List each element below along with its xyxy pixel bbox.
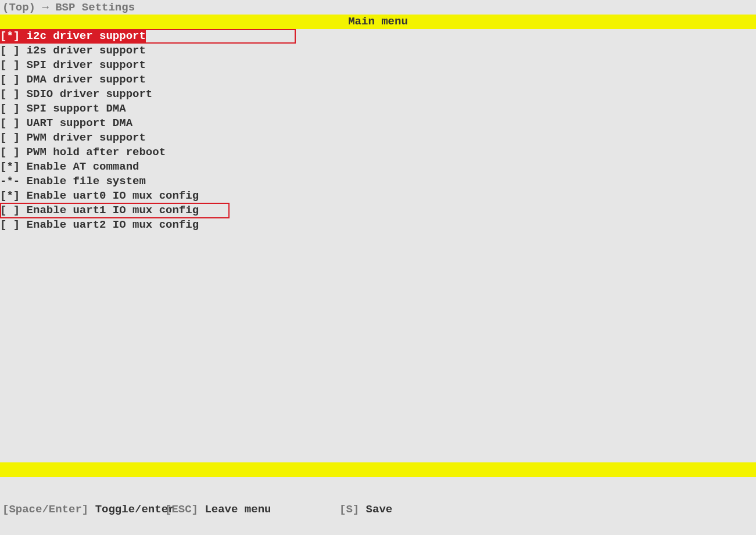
menu-item-pwm-driver-support[interactable]: [ ] PWM driver support <box>0 131 756 145</box>
menu-item-indicator: [ ] <box>0 116 20 131</box>
menu-item-indicator: [*] <box>0 29 20 44</box>
menu-item-label: SDIO driver support <box>20 87 152 102</box>
footer-key: [Space/Enter] <box>2 503 88 516</box>
menu-item-label: Enable file system <box>20 174 146 189</box>
menu-item-spi-driver-support[interactable]: [ ] SPI driver support <box>0 58 756 73</box>
menu-item-label: Enable uart0 IO mux config <box>20 189 199 203</box>
footer-action: Leave menu <box>198 503 271 516</box>
menu-item-label: i2s driver support <box>20 44 146 58</box>
menu-item-indicator: [*] <box>0 160 20 174</box>
menu-item-sdio-driver-support[interactable]: [ ] SDIO driver support <box>0 87 756 102</box>
menu-item-enable-file-system[interactable]: -*- Enable file system <box>0 174 756 189</box>
menu-item-uart-support-dma[interactable]: [ ] UART support DMA <box>0 116 756 131</box>
menu-item-indicator: -*- <box>0 174 20 189</box>
menu-item-enable-at-command[interactable]: [*] Enable AT command <box>0 160 756 174</box>
menu-item-label: Enable uart2 IO mux config <box>20 218 199 232</box>
separator-bar <box>0 462 756 477</box>
menu-item-indicator: [ ] <box>0 73 20 87</box>
menu-item-i2s-driver-support[interactable]: [ ] i2s driver support <box>0 44 756 58</box>
menu-item-enable-uart2-io-mux[interactable]: [ ] Enable uart2 IO mux config <box>0 218 756 232</box>
footer-action: Save <box>359 503 392 516</box>
menu-item-indicator: [ ] <box>0 87 20 102</box>
menu-item-label: PWM driver support <box>20 131 146 145</box>
title-bar: Main menu <box>0 15 756 29</box>
menu-item-spi-support-dma[interactable]: [ ] SPI support DMA <box>0 102 756 116</box>
menu-item-indicator: [ ] <box>0 145 20 160</box>
menu-item-label: SPI support DMA <box>20 102 126 116</box>
menu-item-enable-uart0-io-mux[interactable]: [*] Enable uart0 IO mux config <box>0 189 756 203</box>
menu-item-label: SPI driver support <box>20 58 146 73</box>
menu-item-label: DMA driver support <box>20 73 146 87</box>
menu-item-label: Enable AT command <box>20 160 139 174</box>
breadcrumb: (Top) → BSP Settings <box>0 0 756 15</box>
menu-item-indicator: [ ] <box>0 218 20 232</box>
menu-item-indicator: [ ] <box>0 102 20 116</box>
menu-item-indicator: [*] <box>0 189 20 203</box>
footer-key: [ESC] <box>165 503 198 516</box>
menu-item-i2c-driver-support[interactable]: [*] i2c driver support <box>0 29 756 44</box>
menu-item-enable-uart1-io-mux[interactable]: [ ] Enable uart1 IO mux config <box>0 203 756 218</box>
footer-row: [Space/Enter] Toggle/enter [ESC] Leave m… <box>2 502 754 517</box>
menu-item-label: i2c driver support <box>20 29 146 44</box>
menu-item-pwm-hold-after-reboot[interactable]: [ ] PWM hold after reboot <box>0 145 756 160</box>
footer-key: [S] <box>339 503 359 516</box>
menu-item-indicator: [ ] <box>0 58 20 73</box>
menu-item-indicator: [ ] <box>0 203 20 218</box>
menu-item-label: Enable uart1 IO mux config <box>20 203 199 218</box>
footer-help: [Space/Enter] Toggle/enter [ESC] Leave m… <box>0 477 756 535</box>
menu-item-dma-driver-support[interactable]: [ ] DMA driver support <box>0 73 756 87</box>
menu-list: [*] i2c driver support [ ] i2s driver su… <box>0 29 756 232</box>
menu-item-indicator: [ ] <box>0 131 20 145</box>
menu-item-indicator: [ ] <box>0 44 20 58</box>
menu-item-label: UART support DMA <box>20 116 132 131</box>
footer-action: Toggle/enter <box>88 503 174 516</box>
menu-item-label: PWM hold after reboot <box>20 145 166 160</box>
